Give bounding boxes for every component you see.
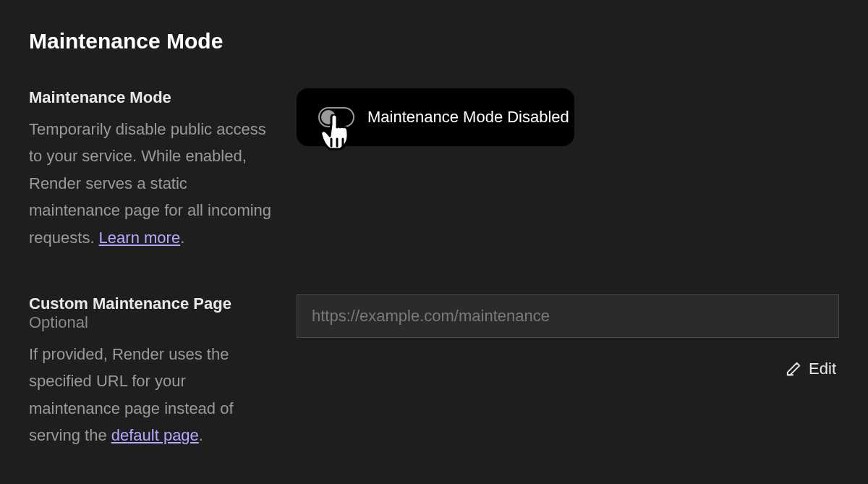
maintenance-toggle-card: Maintenance Mode Disabled (297, 88, 574, 146)
maintenance-toggle-label: Maintenance Mode Disabled (367, 108, 569, 127)
custom-page-heading-text: Custom Maintenance Page (29, 294, 231, 313)
pencil-icon (786, 361, 801, 377)
maintenance-mode-control: Maintenance Mode Disabled (297, 88, 839, 146)
learn-more-link[interactable]: Learn more (99, 229, 181, 247)
custom-page-info: Custom Maintenance Page Optional If prov… (29, 294, 297, 449)
maintenance-mode-description: Temporarily disable public access to you… (29, 116, 275, 251)
page-title: Maintenance Mode (29, 29, 839, 54)
toggle-thumb (321, 110, 336, 124)
edit-button-label: Edit (809, 360, 836, 378)
default-page-link[interactable]: default page (111, 426, 199, 444)
maintenance-mode-section: Maintenance Mode Temporarily disable pub… (29, 88, 839, 251)
edit-button[interactable]: Edit (783, 357, 839, 381)
maintenance-mode-heading: Maintenance Mode (29, 88, 275, 107)
custom-page-description: If provided, Render uses the specified U… (29, 341, 275, 449)
maintenance-mode-desc-text: Temporarily disable public access to you… (29, 120, 271, 247)
optional-badge: Optional (29, 313, 88, 331)
custom-page-heading: Custom Maintenance Page Optional (29, 294, 275, 332)
maintenance-toggle[interactable] (318, 107, 354, 127)
custom-page-control: Edit (297, 294, 839, 381)
maintenance-mode-desc-suffix: . (180, 229, 184, 247)
custom-page-desc-suffix: . (199, 426, 203, 444)
maintenance-url-input[interactable] (297, 294, 839, 338)
maintenance-mode-info: Maintenance Mode Temporarily disable pub… (29, 88, 297, 251)
custom-page-section: Custom Maintenance Page Optional If prov… (29, 294, 839, 449)
